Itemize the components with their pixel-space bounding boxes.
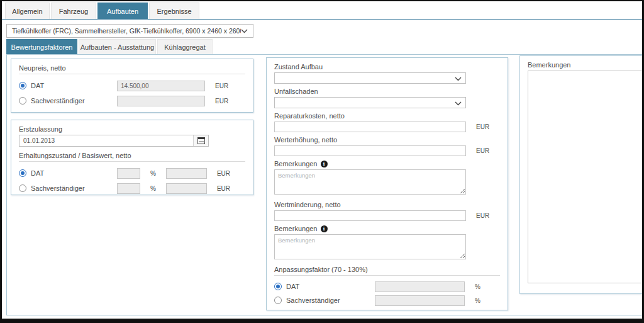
reparaturkosten-label: Reparaturkosten, netto	[274, 112, 500, 120]
aufbau-select[interactable]: Tiefkühlkoffer (FRC), Sammelhersteller, …	[6, 24, 253, 38]
zustand-panel: Zustand Aufbau Unfallschaden Reparaturko…	[266, 57, 508, 310]
chevron-down-icon	[455, 97, 462, 108]
unfallschaden-label: Unfallschaden	[274, 88, 500, 96]
tab-fahrzeug[interactable]: Fahrzeug	[51, 3, 96, 19]
tab-bar-underline	[2, 19, 642, 20]
bemerkungen-panel: Bemerkungen	[519, 55, 644, 294]
anpassung-sv-input[interactable]	[375, 295, 465, 306]
neupreis-sv-row: Sachverständiger EUR	[19, 93, 245, 108]
main-tab-bar: Allgemein Fahrzeug Aufbauten Ergebnisse	[5, 3, 201, 19]
erhaltung-sv-radio-group[interactable]: Sachverständiger	[19, 184, 117, 192]
wertminderung-unit: EUR	[476, 212, 489, 219]
app-window: Allgemein Fahrzeug Aufbauten Ergebnisse …	[0, 0, 644, 323]
bemerkungen-panel-title: Bemerkungen	[528, 61, 644, 69]
erhaltung-dat-percent-unit: %	[150, 170, 156, 177]
tab-aufbauten-ausstattung[interactable]: Aufbauten - Ausstattung	[79, 39, 156, 55]
neupreis-dat-input[interactable]	[117, 81, 205, 91]
erhaltung-dat-percent-input[interactable]	[117, 168, 140, 179]
erhaltung-dat-radio-group[interactable]: DAT	[19, 169, 117, 177]
werterhoehung-label: Werterhöhung, netto	[274, 136, 500, 144]
anpassung-dat-radio[interactable]	[274, 283, 282, 290]
neupreis-sv-input[interactable]	[117, 96, 205, 106]
werterhoehung-input[interactable]	[274, 145, 466, 156]
wertminderung-input[interactable]	[274, 210, 466, 221]
sub-tab-bar: Bewertungsfaktoren Aufbauten - Ausstattu…	[6, 39, 214, 55]
neupreis-title: Neupreis, netto	[19, 64, 245, 74]
anpassung-dat-input[interactable]	[375, 281, 465, 292]
reparaturkosten-input[interactable]	[274, 122, 466, 132]
anpassung-sv-unit: %	[475, 297, 480, 304]
chevron-down-icon	[241, 29, 253, 33]
neupreis-sv-radio[interactable]	[19, 97, 26, 105]
tab-bewertungsfaktoren[interactable]: Bewertungsfaktoren	[6, 39, 77, 55]
erhaltung-sv-radio[interactable]	[19, 184, 26, 192]
calendar-icon	[197, 137, 205, 144]
erhaltung-dat-value-input[interactable]	[166, 168, 207, 179]
erhaltung-dat-row: DAT % EUR	[19, 166, 245, 181]
tab-aufbauten[interactable]: Aufbauten	[97, 3, 148, 19]
erstzulassung-panel: Erstzulassung Erhaltungszustand / Basisw…	[11, 120, 253, 195]
chevron-down-icon	[455, 72, 462, 84]
info-icon[interactable]	[321, 161, 328, 167]
anpassung-sv-radio-label: Sachverständiger	[286, 297, 340, 304]
erhaltung-sv-percent-unit: %	[150, 185, 156, 192]
erhaltung-sv-radio-label: Sachverständiger	[31, 184, 85, 192]
neupreis-dat-unit: EUR	[215, 82, 228, 89]
anpassung-dat-radio-label: DAT	[286, 283, 299, 290]
info-icon[interactable]	[321, 225, 328, 232]
unfallschaden-select[interactable]	[274, 97, 466, 108]
bemerkungen2-label: Bemerkungen	[274, 225, 318, 233]
neupreis-dat-radio-label: DAT	[31, 82, 44, 89]
calendar-button[interactable]	[193, 135, 208, 146]
reparaturkosten-unit: EUR	[476, 123, 489, 130]
erhaltung-sv-row: Sachverständiger % EUR	[19, 181, 245, 195]
zustand-aufbau-field: Zustand Aufbau	[274, 63, 500, 84]
neupreis-dat-radio[interactable]	[19, 82, 26, 89]
neupreis-panel: Neupreis, netto DAT EUR Sachverständiger…	[11, 59, 253, 113]
wertminderung-label: Wertminderung, netto	[274, 201, 500, 209]
zustand-aufbau-label: Zustand Aufbau	[274, 63, 500, 71]
bemerkungen2-textarea[interactable]	[274, 234, 466, 259]
werterhoehung-unit: EUR	[476, 147, 489, 154]
reparaturkosten-field: Reparaturkosten, netto EUR	[274, 112, 500, 132]
bemerkungen2-field: Bemerkungen	[274, 225, 500, 262]
anpassung-dat-unit: %	[475, 283, 480, 290]
neupreis-sv-radio-group[interactable]: Sachverständiger	[19, 97, 117, 105]
neupreis-sv-radio-label: Sachverständiger	[31, 97, 85, 105]
neupreis-sv-unit: EUR	[215, 98, 228, 105]
tab-ergebnisse[interactable]: Ergebnisse	[149, 3, 199, 19]
tab-allgemein[interactable]: Allgemein	[5, 3, 50, 19]
werterhoehung-field: Werterhöhung, netto EUR	[274, 136, 500, 156]
unfallschaden-field: Unfallschaden	[274, 88, 500, 108]
erstzulassung-date-input[interactable]	[19, 135, 193, 146]
bemerkungen1-field: Bemerkungen	[274, 160, 500, 197]
anpassung-sv-radio-group[interactable]: Sachverständiger	[274, 297, 375, 304]
erhaltung-sv-unit: EUR	[217, 185, 230, 192]
erhaltung-dat-radio[interactable]	[19, 169, 26, 177]
anpassung-dat-radio-group[interactable]: DAT	[274, 283, 375, 290]
wertminderung-field: Wertminderung, netto EUR	[274, 201, 500, 221]
erhaltungszustand-title: Erhaltungszustand / Basiswert, netto	[19, 152, 245, 162]
anpassung-sv-row: Sachverständiger %	[274, 293, 500, 307]
erhaltung-sv-percent-input[interactable]	[117, 183, 140, 194]
erhaltung-dat-unit: EUR	[217, 170, 230, 177]
erstzulassung-date-field	[19, 135, 209, 147]
anpassung-sv-radio[interactable]	[274, 297, 282, 304]
aufbau-select-value: Tiefkühlkoffer (FRC), Sammelhersteller, …	[7, 27, 241, 35]
tab-kuehlaggregat[interactable]: Kühlaggregat	[157, 39, 213, 55]
erhaltung-sv-value-input[interactable]	[166, 183, 207, 194]
bemerkungen1-textarea[interactable]	[274, 169, 466, 195]
bemerkungen-panel-textarea[interactable]	[528, 71, 644, 283]
erhaltung-dat-radio-label: DAT	[31, 169, 44, 177]
bemerkungen1-label: Bemerkungen	[274, 160, 318, 168]
erstzulassung-label: Erstzulassung	[19, 125, 245, 133]
anpassungsfaktor-title: Anpassungsfaktor (70 - 130%)	[274, 266, 500, 276]
zustand-aufbau-select[interactable]	[274, 72, 466, 84]
neupreis-dat-radio-group[interactable]: DAT	[19, 82, 117, 89]
neupreis-dat-row: DAT EUR	[19, 78, 245, 93]
anpassung-dat-row: DAT %	[274, 280, 500, 293]
